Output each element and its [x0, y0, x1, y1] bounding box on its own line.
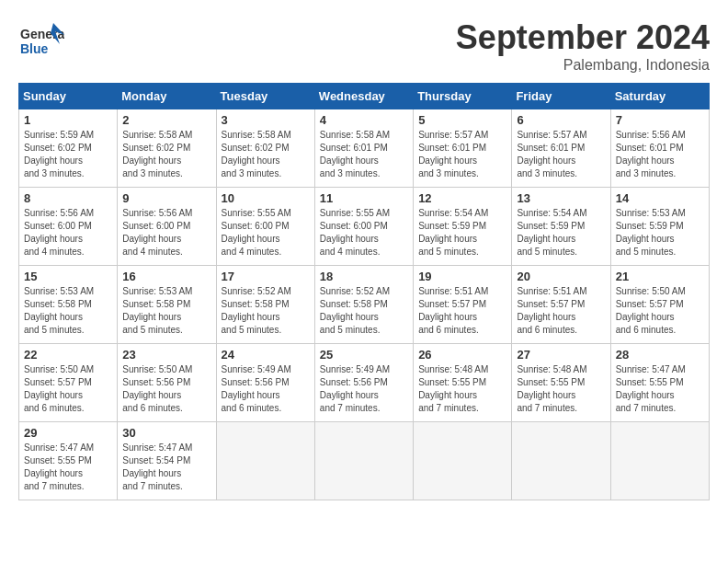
calendar-day-5: 5Sunrise: 5:57 AMSunset: 6:01 PMDaylight… [414, 109, 512, 188]
calendar-empty [610, 422, 709, 500]
calendar-day-26: 26Sunrise: 5:48 AMSunset: 5:55 PMDayligh… [414, 344, 512, 422]
calendar-day-19: 19Sunrise: 5:51 AMSunset: 5:57 PMDayligh… [414, 266, 512, 344]
calendar-week-3: 22Sunrise: 5:50 AMSunset: 5:57 PMDayligh… [19, 344, 710, 422]
calendar-day-20: 20Sunrise: 5:51 AMSunset: 5:57 PMDayligh… [512, 266, 610, 344]
calendar-day-13: 13Sunrise: 5:54 AMSunset: 5:59 PMDayligh… [512, 188, 610, 266]
calendar-day-11: 11Sunrise: 5:55 AMSunset: 6:00 PMDayligh… [314, 188, 413, 266]
calendar-empty [512, 422, 610, 500]
calendar-day-24: 24Sunrise: 5:49 AMSunset: 5:56 PMDayligh… [216, 344, 314, 422]
weekday-header-thursday: Thursday [414, 84, 512, 109]
calendar-week-0: 1Sunrise: 5:59 AMSunset: 6:02 PMDaylight… [19, 109, 710, 188]
calendar-day-25: 25Sunrise: 5:49 AMSunset: 5:56 PMDayligh… [314, 344, 413, 422]
calendar-day-21: 21Sunrise: 5:50 AMSunset: 5:57 PMDayligh… [610, 266, 709, 344]
title-block: September 2024 Palembang, Indonesia [456, 18, 710, 74]
calendar-week-1: 8Sunrise: 5:56 AMSunset: 6:00 PMDaylight… [19, 188, 710, 266]
calendar-empty [414, 422, 512, 500]
calendar-week-2: 15Sunrise: 5:53 AMSunset: 5:58 PMDayligh… [19, 266, 710, 344]
calendar-day-23: 23Sunrise: 5:50 AMSunset: 5:56 PMDayligh… [118, 344, 216, 422]
calendar-empty [216, 422, 314, 500]
calendar-day-28: 28Sunrise: 5:47 AMSunset: 5:55 PMDayligh… [610, 344, 709, 422]
calendar-table: SundayMondayTuesdayWednesdayThursdayFrid… [18, 83, 710, 500]
calendar-day-16: 16Sunrise: 5:53 AMSunset: 5:58 PMDayligh… [118, 266, 216, 344]
calendar-day-8: 8Sunrise: 5:56 AMSunset: 6:00 PMDaylight… [19, 188, 118, 266]
location-subtitle: Palembang, Indonesia [456, 57, 710, 74]
weekday-header-row: SundayMondayTuesdayWednesdayThursdayFrid… [19, 84, 710, 109]
calendar-day-1: 1Sunrise: 5:59 AMSunset: 6:02 PMDaylight… [19, 109, 118, 188]
calendar-day-15: 15Sunrise: 5:53 AMSunset: 5:58 PMDayligh… [19, 266, 118, 344]
weekday-header-monday: Monday [118, 84, 216, 109]
calendar-day-6: 6Sunrise: 5:57 AMSunset: 6:01 PMDaylight… [512, 109, 610, 188]
calendar-day-17: 17Sunrise: 5:52 AMSunset: 5:58 PMDayligh… [216, 266, 314, 344]
calendar-day-4: 4Sunrise: 5:58 AMSunset: 6:01 PMDaylight… [314, 109, 413, 188]
calendar-day-7: 7Sunrise: 5:56 AMSunset: 6:01 PMDaylight… [610, 109, 709, 188]
calendar-day-2: 2Sunrise: 5:58 AMSunset: 6:02 PMDaylight… [118, 109, 216, 188]
weekday-header-saturday: Saturday [610, 84, 709, 109]
calendar-day-9: 9Sunrise: 5:56 AMSunset: 6:00 PMDaylight… [118, 188, 216, 266]
calendar-day-22: 22Sunrise: 5:50 AMSunset: 5:57 PMDayligh… [19, 344, 118, 422]
calendar-day-14: 14Sunrise: 5:53 AMSunset: 5:59 PMDayligh… [610, 188, 709, 266]
svg-text:Blue: Blue [20, 41, 49, 56]
calendar-day-29: 29Sunrise: 5:47 AMSunset: 5:55 PMDayligh… [19, 422, 118, 500]
month-title: September 2024 [456, 18, 710, 57]
weekday-header-friday: Friday [512, 84, 610, 109]
weekday-header-sunday: Sunday [19, 84, 118, 109]
calendar-day-18: 18Sunrise: 5:52 AMSunset: 5:58 PMDayligh… [314, 266, 413, 344]
calendar-day-12: 12Sunrise: 5:54 AMSunset: 5:59 PMDayligh… [414, 188, 512, 266]
logo-icon: General Blue [18, 18, 64, 60]
calendar-empty [314, 422, 413, 500]
page-header: General Blue September 2024 Palembang, I… [18, 18, 710, 74]
calendar-week-4: 29Sunrise: 5:47 AMSunset: 5:55 PMDayligh… [19, 422, 710, 500]
logo: General Blue [18, 18, 64, 63]
weekday-header-wednesday: Wednesday [314, 84, 413, 109]
weekday-header-tuesday: Tuesday [216, 84, 314, 109]
calendar-day-10: 10Sunrise: 5:55 AMSunset: 6:00 PMDayligh… [216, 188, 314, 266]
calendar-day-30: 30Sunrise: 5:47 AMSunset: 5:54 PMDayligh… [118, 422, 216, 500]
calendar-day-27: 27Sunrise: 5:48 AMSunset: 5:55 PMDayligh… [512, 344, 610, 422]
calendar-day-3: 3Sunrise: 5:58 AMSunset: 6:02 PMDaylight… [216, 109, 314, 188]
